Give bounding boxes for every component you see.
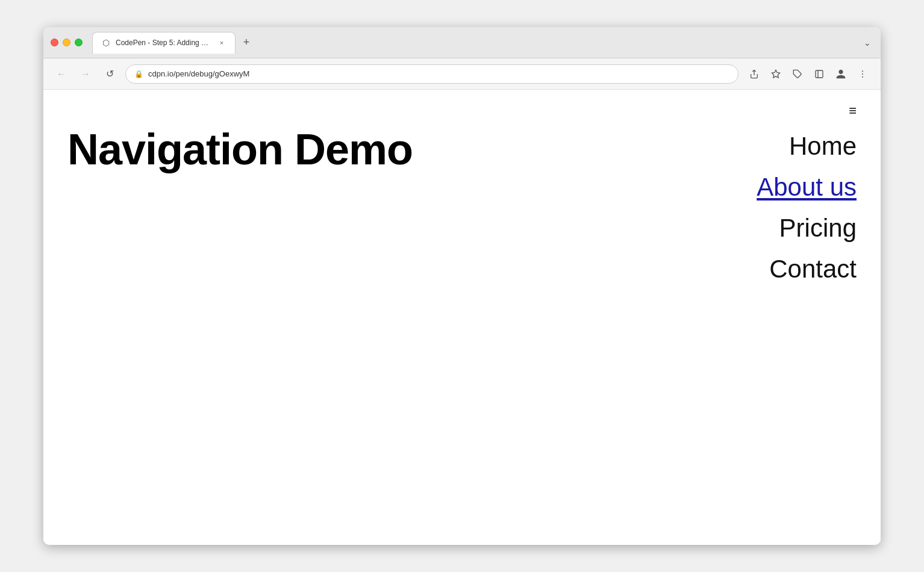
tab-close-button[interactable]: ×	[217, 38, 226, 48]
svg-point-5	[862, 70, 863, 72]
url-text: cdpn.io/pen/debug/gOexwyM	[148, 69, 729, 78]
traffic-lights	[51, 39, 83, 46]
menu-button[interactable]	[854, 66, 871, 82]
extensions-button[interactable]	[789, 66, 806, 82]
back-button[interactable]: ←	[53, 66, 70, 82]
nav-item-home[interactable]: Home	[789, 126, 857, 167]
hamburger-icon[interactable]: ≡	[849, 104, 857, 117]
svg-marker-1	[772, 70, 779, 78]
bookmark-button[interactable]	[767, 66, 784, 82]
page-heading: Navigation Demo	[67, 126, 413, 173]
tab-bar: ⬡ CodePen - Step 5: Adding a bu × + ⌄	[92, 32, 873, 54]
tab-title: CodePen - Step 5: Adding a bu	[116, 39, 212, 47]
share-button[interactable]	[746, 66, 763, 82]
page-title-area: Navigation Demo	[67, 126, 413, 173]
page-content: Navigation Demo ≡ Home About us Pricing …	[43, 90, 881, 545]
maximize-window-button[interactable]	[75, 39, 83, 46]
nav-item-contact[interactable]: Contact	[769, 249, 857, 290]
close-window-button[interactable]	[51, 39, 58, 46]
minimize-window-button[interactable]	[63, 39, 70, 46]
new-tab-button[interactable]: +	[238, 34, 255, 51]
forward-button[interactable]: →	[77, 66, 94, 82]
url-bar[interactable]: 🔒 cdpn.io/pen/debug/gOexwyM	[125, 64, 738, 84]
toolbar-actions	[746, 66, 871, 82]
browser-window: ⬡ CodePen - Step 5: Adding a bu × + ⌄ ← …	[43, 27, 881, 545]
active-tab[interactable]: ⬡ CodePen - Step 5: Adding a bu ×	[92, 32, 236, 54]
nav-item-about[interactable]: About us	[757, 167, 857, 208]
tab-dropdown-button[interactable]: ⌄	[861, 36, 873, 50]
nav-item-pricing[interactable]: Pricing	[779, 208, 857, 249]
lock-icon: 🔒	[134, 70, 143, 78]
sidebar-toggle-button[interactable]	[811, 66, 828, 82]
profile-button[interactable]	[832, 66, 849, 82]
svg-point-7	[862, 76, 863, 77]
title-bar: ⬡ CodePen - Step 5: Adding a bu × + ⌄	[43, 27, 881, 58]
address-bar: ← → ↺ 🔒 cdpn.io/pen/debug/gOexwyM	[43, 58, 881, 90]
tab-favicon-icon: ⬡	[101, 38, 111, 48]
navigation-sidebar: ≡ Home About us Pricing Contact	[757, 104, 857, 290]
svg-rect-3	[816, 70, 823, 78]
svg-point-6	[862, 73, 863, 75]
reload-button[interactable]: ↺	[101, 66, 118, 82]
